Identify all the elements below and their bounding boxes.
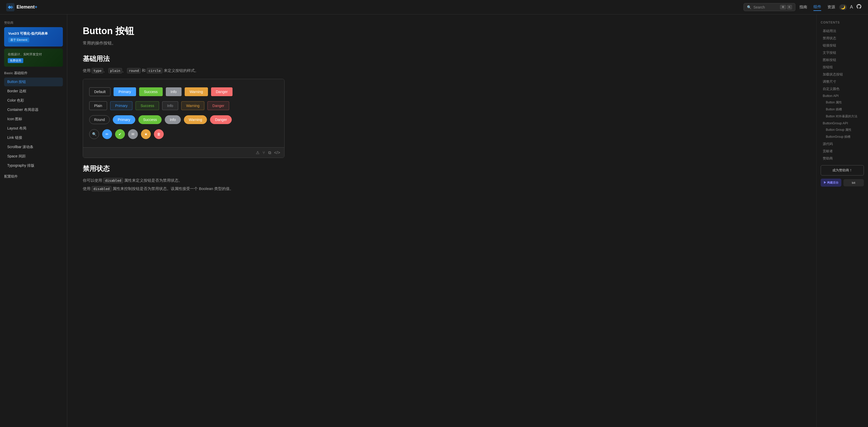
sidebar-item-typography[interactable]: Typography 排版 — [4, 161, 63, 170]
language-icon[interactable]: A — [850, 4, 853, 10]
nav-link-components[interactable]: 组件 — [813, 3, 821, 11]
sidebar-item-layout[interactable]: Layout 布局 — [4, 124, 63, 133]
become-sponsor-button[interactable]: 成为赞助商！ — [821, 165, 864, 175]
btn-circle-search[interactable]: 🔍 — [89, 129, 99, 139]
left-sidebar: 赞助商 Vue2/3 可视化-低代码表单 基于 Element 在线设计、实时开… — [0, 14, 67, 427]
element-plus-logo-icon — [6, 3, 14, 11]
button-row-plain: Plain Primary Success Info Warning Dange… — [89, 101, 278, 110]
toc-item-button-slots[interactable]: Button 插槽 — [821, 106, 864, 113]
toc-item-button-expose[interactable]: Button 对外暴露的方法 — [821, 113, 864, 120]
btn-round-info[interactable]: Info — [165, 115, 181, 124]
btn-round-danger[interactable]: Danger — [210, 115, 232, 124]
ad-banner-2-badge: 免费使用 — [8, 58, 23, 63]
toc-item-color[interactable]: 自定义颜色 — [821, 85, 864, 93]
btn-primary[interactable]: Primary — [114, 87, 136, 96]
ad-banner-1[interactable]: Vue2/3 可视化-低代码表单 基于 Element — [4, 27, 63, 46]
sponsor-logos: ▶ 构建后台 bit — [821, 178, 864, 187]
search-icon: 🔍 — [747, 5, 751, 9]
section-title-config: 配置组件 — [4, 174, 63, 179]
search-bar[interactable]: 🔍 Search ⌘ K — [744, 3, 795, 11]
sidebar-item-container[interactable]: Container 布局容器 — [4, 105, 63, 114]
btn-circle-delete[interactable]: 🗑 — [154, 129, 164, 139]
main-nav: 指南 组件 资源 — [800, 3, 835, 11]
nav-icons: 🌙 A — [839, 4, 862, 10]
ad-banner-1-title: Vue2/3 可视化-低代码表单 — [8, 31, 59, 36]
theme-toggle[interactable]: 🌙 — [839, 4, 847, 10]
header: Element+ 🔍 Search ⌘ K 指南 组件 资源 🌙 A — [0, 0, 868, 14]
toc-item-loading[interactable]: 加载状态按钮 — [821, 71, 864, 78]
toolbar-copy-icon[interactable]: ⧉ — [268, 151, 271, 155]
github-icon[interactable] — [856, 4, 862, 10]
demo-box-basic: Default Primary Success Info Warning Dan… — [83, 79, 284, 158]
nav-link-resources[interactable]: 资源 — [827, 4, 835, 10]
btn-danger[interactable]: Danger — [211, 87, 233, 96]
toc-item-group[interactable]: 按钮组 — [821, 64, 864, 71]
sponsor-logo-build[interactable]: ▶ 构建后台 — [821, 178, 841, 187]
disabled-title: 禁用状态 — [83, 164, 284, 173]
moon-icon: 🌙 — [841, 5, 845, 9]
nav-link-guide[interactable]: 指南 — [800, 4, 807, 10]
toolbar-fork-icon[interactable]: ⑂ — [262, 151, 265, 155]
btn-circle-edit[interactable]: ✏ — [102, 129, 112, 139]
toc-item-button-attrs[interactable]: Button 属性 — [821, 99, 864, 106]
btn-round-primary[interactable]: Primary — [113, 115, 135, 124]
toc-item-size[interactable]: 调整尺寸 — [821, 78, 864, 85]
btn-circle-check[interactable]: ✔ — [115, 129, 125, 139]
btn-plain-danger[interactable]: Danger — [208, 101, 229, 110]
btn-round-warning[interactable]: Warning — [184, 115, 207, 124]
disabled-desc-1: 你可以使用 disabled 属性来定义按钮是否为禁用状态。 — [83, 177, 284, 184]
toolbar-alert-icon[interactable]: ⚠ — [256, 150, 259, 155]
disabled-desc-2: 使用 disabled 属性来控制按钮是否为禁用状态。该属性接受一个 Boole… — [83, 186, 284, 192]
btn-plain-info[interactable]: Info — [162, 101, 178, 110]
right-sidebar: CONTENTS 基础用法 禁用状态 链接按钮 文字按钮 图标按钮 按钮组 加载… — [816, 14, 868, 427]
sidebar-item-space[interactable]: Space 间距 — [4, 152, 63, 161]
toolbar-code-icon[interactable]: </> — [274, 151, 280, 155]
btn-plain-default[interactable]: Plain — [89, 101, 107, 110]
ad-banner-2[interactable]: 在线设计、实时开发交付 免费使用 — [4, 48, 63, 67]
toc-item-icon[interactable]: 图标按钮 — [821, 56, 864, 64]
section1-heading: 基础用法 — [83, 54, 284, 63]
toc-item-sponsors[interactable]: 赞助商 — [821, 155, 864, 162]
sidebar-item-icon[interactable]: Icon 图标 — [4, 115, 63, 124]
toc-item-button-api[interactable]: Button API — [821, 93, 864, 99]
sidebar-item-scrollbar[interactable]: Scrollbar 滚动条 — [4, 143, 63, 152]
sidebar-item-button[interactable]: Button 按钮 — [4, 77, 63, 86]
toc-item-text[interactable]: 文字按钮 — [821, 49, 864, 56]
button-row-types: Default Primary Success Info Warning Dan… — [89, 87, 278, 96]
button-row-round: Round Primary Success Info Warning Dange… — [89, 115, 278, 124]
logo-area[interactable]: Element+ — [6, 3, 37, 11]
sponsor-logo-bit[interactable]: bit — [843, 179, 864, 186]
toc-title: CONTENTS — [821, 21, 864, 24]
section1-desc: 使用 type、 plain、 round 和 circle 来定义按钮的样式。 — [83, 67, 284, 74]
sponsor-label: 赞助商 — [4, 21, 63, 25]
sidebar-item-border[interactable]: Border 边框 — [4, 87, 63, 96]
btn-plain-warning[interactable]: Warning — [181, 101, 205, 110]
btn-circle-star[interactable]: ★ — [141, 129, 151, 139]
search-bar-text: Search — [753, 5, 765, 9]
page-subtitle: 常用的操作按钮。 — [83, 41, 284, 46]
btn-warning[interactable]: Warning — [185, 87, 208, 96]
btn-round-default[interactable]: Round — [89, 115, 110, 124]
btn-info[interactable]: Info — [166, 87, 182, 96]
btn-success[interactable]: Success — [139, 87, 163, 96]
search-shortcut: ⌘ K — [780, 5, 792, 9]
page-title: Button 按钮 — [83, 25, 284, 37]
btn-plain-primary[interactable]: Primary — [110, 101, 132, 110]
toc-item-group-slots[interactable]: ButtonGroup 插槽 — [821, 133, 864, 140]
sidebar-item-color[interactable]: Color 色彩 — [4, 96, 63, 105]
btn-default[interactable]: Default — [89, 87, 111, 96]
toc-item-group-attrs[interactable]: Button Group 属性 — [821, 126, 864, 133]
toc-item-source[interactable]: 源代码 — [821, 140, 864, 147]
toc-item-contributors[interactable]: 贡献者 — [821, 147, 864, 155]
toc-item-link[interactable]: 链接按钮 — [821, 42, 864, 49]
logo-text: Element+ — [17, 4, 37, 10]
toc-item-disabled[interactable]: 禁用状态 — [821, 35, 864, 42]
btn-circle-message[interactable]: ✉ — [128, 129, 138, 139]
toc-item-basic[interactable]: 基础用法 — [821, 27, 864, 35]
btn-plain-success[interactable]: Success — [135, 101, 159, 110]
btn-round-success[interactable]: Success — [138, 115, 162, 124]
toc-item-buttongroup-api[interactable]: ButtonGroup API — [821, 120, 864, 126]
demo-content: Default Primary Success Info Warning Dan… — [83, 79, 284, 147]
sidebar-item-link[interactable]: Link 链接 — [4, 133, 63, 142]
demo-toolbar: ⚠ ⑂ ⧉ </> — [83, 147, 284, 158]
